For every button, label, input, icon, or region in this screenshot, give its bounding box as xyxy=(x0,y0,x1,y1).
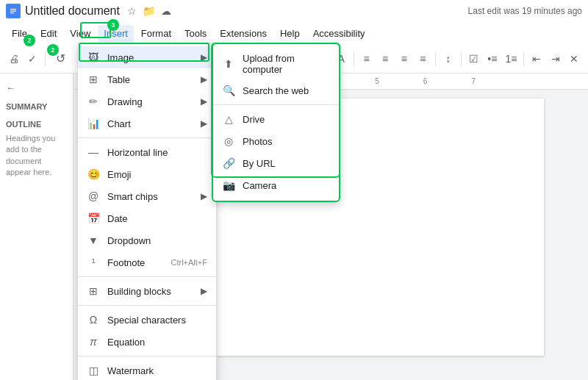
menu-edit[interactable]: Edit xyxy=(35,25,62,42)
drawing-icon: ✏ xyxy=(87,95,100,108)
drawing-label: Drawing xyxy=(107,96,201,107)
menu-accessibility[interactable]: Accessibility xyxy=(307,25,371,42)
align-left-btn[interactable]: ≡ xyxy=(359,49,375,69)
menu-bar: File Edit View Insert Format Tools Exten… xyxy=(0,22,588,44)
smart-chips-label: Smart chips xyxy=(107,191,201,202)
image-label: Image xyxy=(107,52,201,63)
align-justify-btn[interactable]: ≡ xyxy=(415,49,431,69)
checklist-btn[interactable]: ☑ xyxy=(465,49,481,69)
indent-increase-btn[interactable]: ⇥ xyxy=(548,49,564,69)
menu-format[interactable]: Format xyxy=(135,25,177,42)
table-label: Table xyxy=(107,74,201,85)
star-icon[interactable]: ☆ xyxy=(127,5,137,17)
special-chars-label: Special characters xyxy=(107,315,207,326)
dropdown-icon: ▼ xyxy=(87,234,100,247)
undo-badge: 2 xyxy=(47,44,59,56)
menu-help[interactable]: Help xyxy=(274,25,306,42)
upload-label: Upload from computer xyxy=(243,53,330,75)
toolbar-sep-9 xyxy=(461,51,462,66)
menu-item-special-chars[interactable]: Ω Special characters xyxy=(78,309,216,331)
move-icon[interactable]: 📁 xyxy=(143,5,155,17)
submenu-item-web[interactable]: 🔍 Search the web xyxy=(213,79,339,101)
menu-item-footnote[interactable]: ¹ Footnote Ctrl+Alt+F xyxy=(78,251,216,273)
num-list-btn[interactable]: 1≡ xyxy=(503,49,520,69)
image-arrow: ▶ xyxy=(201,52,207,62)
upload-icon: ⬆ xyxy=(222,57,235,71)
chart-icon: 📊 xyxy=(87,117,100,130)
ruler-mark-7: 7 xyxy=(471,77,476,85)
divider-1 xyxy=(78,137,216,138)
menu-item-drawing[interactable]: ✏ Drawing ▶ xyxy=(78,90,216,112)
svg-rect-1 xyxy=(10,9,16,10)
outline-label: OUTLINE xyxy=(6,120,67,129)
dropdown-label: Dropdown xyxy=(107,235,207,246)
svg-rect-3 xyxy=(10,12,14,13)
ruler-mark-6: 6 xyxy=(423,77,428,85)
outline-hint: Headings you add to the document appear … xyxy=(6,133,67,179)
toolbar-sep-1 xyxy=(45,51,46,66)
special-chars-icon: Ω xyxy=(87,313,100,326)
photos-label: Photos xyxy=(243,136,330,147)
align-right-btn[interactable]: ≡ xyxy=(396,49,412,69)
menu-item-image[interactable]: 🖼 Image ▶ xyxy=(78,46,216,68)
emoji-label: Emoji xyxy=(107,169,207,180)
divider-4 xyxy=(78,356,216,356)
menu-view[interactable]: View xyxy=(64,25,96,42)
url-icon: 🔗 xyxy=(222,157,235,170)
url-label: By URL xyxy=(243,158,330,169)
building-blocks-arrow: ▶ xyxy=(201,286,207,296)
chart-arrow: ▶ xyxy=(201,118,207,129)
cloud-icon: ☁ xyxy=(161,5,171,17)
date-icon: 📅 xyxy=(87,212,100,225)
menu-item-table[interactable]: ⊞ Table ▶ xyxy=(78,68,216,90)
divider-2 xyxy=(78,276,216,277)
last-edit: Last edit was 19 minutes ago xyxy=(468,6,582,16)
ruler-mark-5: 5 xyxy=(375,77,379,85)
line-spacing-btn[interactable]: ↕ xyxy=(440,49,456,69)
menu-file[interactable]: File xyxy=(6,25,33,42)
submenu-item-url[interactable]: 🔗 By URL xyxy=(213,152,339,174)
menu-item-smart-chips[interactable]: @ Smart chips ▶ xyxy=(78,185,216,207)
bullet-list-btn[interactable]: •≡ xyxy=(484,49,501,69)
camera-label: Camera xyxy=(243,180,330,191)
sidebar-back-btn[interactable]: ← xyxy=(6,82,67,93)
hline-label: Horizontal line xyxy=(107,147,207,158)
hline-icon: — xyxy=(87,146,100,159)
submenu-item-camera[interactable]: 📷 Camera xyxy=(213,174,339,196)
menu-insert[interactable]: Insert xyxy=(98,25,134,42)
table-icon: ⊞ xyxy=(87,73,100,86)
drive-icon: △ xyxy=(222,112,235,126)
menu-item-hline[interactable]: — Horizontal line xyxy=(78,141,216,163)
submenu-item-drive[interactable]: △ Drive xyxy=(213,108,339,130)
spellcheck-btn[interactable]: ✓ xyxy=(25,49,41,69)
doc-title[interactable]: Untitled document xyxy=(25,4,120,18)
title-bar: Untitled document ☆ 📁 ☁ Last edit was 19… xyxy=(0,0,588,22)
menu-item-equation[interactable]: π Equation xyxy=(78,331,216,353)
align-center-btn[interactable]: ≡ xyxy=(377,49,393,69)
footnote-icon: ¹ xyxy=(87,256,100,269)
menu-item-date[interactable]: 📅 Date xyxy=(78,207,216,229)
indent-decrease-btn[interactable]: ⇤ xyxy=(528,49,545,69)
print-btn[interactable]: 🖨 xyxy=(6,49,22,69)
drive-label: Drive xyxy=(243,114,330,125)
image-submenu: ⬆ Upload from computer 🔍 Search the web … xyxy=(212,43,340,202)
toolbar-sep-7 xyxy=(354,51,354,66)
menu-item-building-blocks[interactable]: ⊞ Building blocks ▶ xyxy=(78,280,216,302)
menu-item-watermark[interactable]: ◫ Watermark xyxy=(78,359,216,380)
watermark-icon: ◫ xyxy=(87,364,100,377)
submenu-item-photos[interactable]: ◎ Photos xyxy=(213,130,339,152)
svg-rect-2 xyxy=(10,11,16,12)
menu-extensions[interactable]: Extensions xyxy=(214,25,273,42)
back-arrow-icon: ← xyxy=(6,82,15,93)
menu-item-emoji[interactable]: 😊 Emoji xyxy=(78,163,216,185)
summary-label: SUMMARY xyxy=(6,102,67,111)
toolbar-sep-10 xyxy=(523,51,524,66)
date-label: Date xyxy=(107,213,207,224)
drawing-arrow: ▶ xyxy=(201,96,207,107)
menu-item-dropdown[interactable]: ▼ Dropdown xyxy=(78,229,216,251)
menu-item-chart[interactable]: 📊 Chart ▶ xyxy=(78,112,216,135)
menu-tools[interactable]: Tools xyxy=(179,25,212,42)
clear-format-btn[interactable]: ✕ xyxy=(566,49,582,69)
chart-label: Chart xyxy=(107,118,201,129)
submenu-item-upload[interactable]: ⬆ Upload from computer xyxy=(213,49,339,79)
